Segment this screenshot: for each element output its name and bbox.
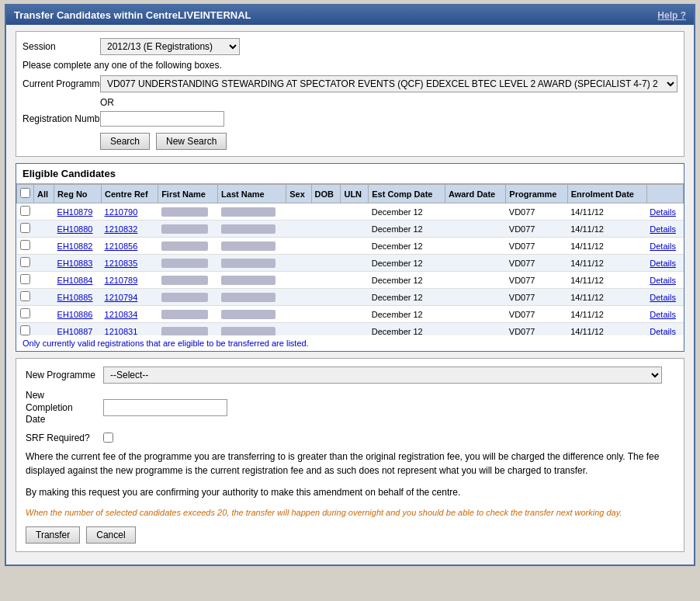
row-award-date [445, 272, 505, 289]
row-all-cell [34, 238, 54, 255]
row-uln [341, 289, 369, 306]
row-details: Details [646, 238, 683, 255]
row-checkbox[interactable] [20, 240, 30, 250]
row-award-date [445, 323, 505, 336]
th-first-name: First Name [158, 185, 218, 203]
th-award-date: Award Date [445, 185, 505, 203]
row-sex [286, 289, 311, 306]
row-uln [341, 323, 369, 336]
row-centre-ref: 1210834 [102, 306, 158, 323]
row-reg-no: EH10880 [54, 221, 102, 238]
row-programme: VD077 [506, 203, 567, 221]
row-details: Details [646, 272, 683, 289]
new-completion-date-input[interactable] [103, 399, 227, 416]
row-programme: VD077 [506, 272, 567, 289]
row-award-date [445, 306, 505, 323]
candidates-table: All Reg No Centre Ref First Name Last Na… [16, 184, 684, 335]
eligibility-note: Only currently valid registrations that … [16, 335, 684, 351]
row-checkbox[interactable] [20, 274, 30, 284]
help-link[interactable]: Help ? [657, 10, 686, 21]
row-all-cell [34, 272, 54, 289]
registration-number-field [100, 111, 677, 127]
info-text-2: By making this request you are confirmin… [26, 485, 674, 499]
row-last-name: Williams [218, 221, 286, 238]
candidates-table-container[interactable]: All Reg No Centre Ref First Name Last Na… [16, 184, 684, 335]
row-reg-no: EH10886 [54, 306, 102, 323]
row-checkbox[interactable] [20, 257, 30, 267]
row-award-date [445, 203, 505, 221]
row-first-name: Laura [158, 306, 218, 323]
row-award-date [445, 255, 505, 272]
action-buttons: Transfer Cancel [26, 526, 674, 544]
row-centre-ref: 1210789 [102, 272, 158, 289]
window-title: Transfer Candidates within CentreLIVEINT… [14, 9, 251, 21]
row-checkbox-cell [17, 323, 34, 336]
row-sex [286, 306, 311, 323]
row-enrolment-date: 14/11/12 [567, 306, 646, 323]
table-row: EH10887 1210831 Chris Anderson December … [17, 323, 684, 336]
session-row: Session 2012/13 (E Registrations) [23, 38, 677, 55]
row-centre-ref: 1210831 [102, 323, 158, 336]
main-window: Transfer Candidates within CentreLIVEINT… [5, 4, 695, 566]
programme-select[interactable]: VD077 UNDERSTANDING STEWARDING AT SPECTA… [100, 75, 677, 92]
row-est-comp-date: December 12 [369, 306, 445, 323]
row-sex [286, 323, 311, 336]
new-programme-select[interactable]: --Select-- [103, 367, 662, 384]
table-row: EH10883 1210835 Michael Brown December 1… [17, 255, 684, 272]
new-programme-row: New Programme --Select-- [26, 367, 674, 384]
th-est-comp-date: Est Comp Date [369, 185, 445, 203]
row-all-cell [34, 289, 54, 306]
row-reg-no: EH10884 [54, 272, 102, 289]
search-form-section: Session 2012/13 (E Registrations) Please… [16, 31, 684, 157]
registration-number-label: Registration Number [23, 113, 100, 124]
row-award-date [445, 289, 505, 306]
row-checkbox[interactable] [20, 291, 30, 301]
table-row: EH10885 1210794 Daniel Wilson December 1… [17, 289, 684, 306]
current-programme-row: Current Programme VD077 UNDERSTANDING ST… [23, 75, 677, 92]
row-details: Details [646, 289, 683, 306]
row-checkbox[interactable] [20, 308, 30, 318]
current-programme-field: VD077 UNDERSTANDING STEWARDING AT SPECTA… [100, 75, 677, 92]
cancel-button[interactable]: Cancel [86, 526, 135, 544]
row-checkbox-cell [17, 221, 34, 238]
row-checkbox-cell [17, 255, 34, 272]
table-row: EH10884 1210789 Jessica Davis December 1… [17, 272, 684, 289]
table-row: EH10882 1210856 Emily Johnson December 1… [17, 238, 684, 255]
table-header-row: All Reg No Centre Ref First Name Last Na… [17, 185, 684, 203]
title-bar: Transfer Candidates within CentreLIVEINT… [6, 5, 694, 25]
row-est-comp-date: December 12 [369, 255, 445, 272]
transfer-button[interactable]: Transfer [26, 526, 80, 544]
row-all-cell [34, 255, 54, 272]
candidates-header: Eligible Candidates [16, 164, 684, 184]
th-uln: ULN [341, 185, 369, 203]
row-checkbox[interactable] [20, 206, 30, 216]
session-select[interactable]: 2012/13 (E Registrations) [100, 38, 240, 55]
new-search-button[interactable]: New Search [156, 133, 227, 150]
srf-label: SRF Required? [26, 433, 103, 443]
th-enrolment-date: Enrolment Date [567, 185, 646, 203]
row-first-name: Daniel [158, 289, 218, 306]
row-sex [286, 255, 311, 272]
row-programme: VD077 [506, 221, 567, 238]
row-checkbox-cell [17, 238, 34, 255]
row-last-name: Johnson [218, 238, 286, 255]
row-est-comp-date: December 12 [369, 323, 445, 336]
th-programme: Programme [506, 185, 567, 203]
row-reg-no: EH10883 [54, 255, 102, 272]
select-all-checkbox[interactable] [20, 188, 30, 198]
th-dob: DOB [311, 185, 341, 203]
row-first-name: Sarah [158, 203, 218, 221]
srf-required-checkbox[interactable] [103, 433, 113, 443]
instruction-text: Please complete any one of the following… [23, 60, 677, 71]
row-details: Details [646, 221, 683, 238]
row-checkbox[interactable] [20, 325, 30, 335]
row-enrolment-date: 14/11/12 [567, 272, 646, 289]
row-dob [311, 238, 341, 255]
search-button[interactable]: Search [100, 133, 150, 150]
row-enrolment-date: 14/11/12 [567, 238, 646, 255]
row-programme: VD077 [506, 323, 567, 336]
registration-number-input[interactable] [100, 111, 224, 127]
row-est-comp-date: December 12 [369, 238, 445, 255]
row-sex [286, 238, 311, 255]
row-checkbox[interactable] [20, 223, 30, 233]
